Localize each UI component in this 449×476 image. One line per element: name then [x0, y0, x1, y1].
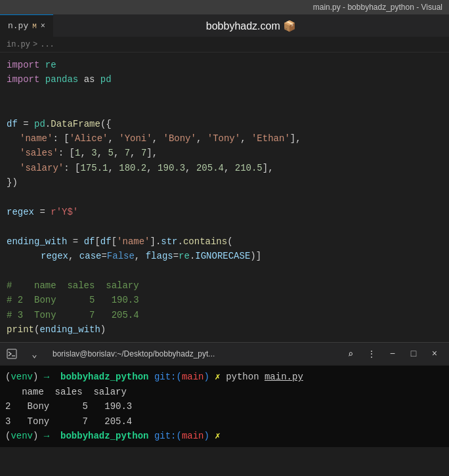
more-icon: ⋮	[367, 349, 376, 360]
terminal-svg-icon	[7, 349, 17, 359]
terminal-maximize-btn[interactable]: □	[404, 345, 423, 363]
code-line-19: print(ending_with)	[0, 322, 449, 337]
code-line-2: import pandas as pd	[0, 72, 449, 87]
site-title: bobbyhadz.com 📦	[53, 20, 449, 32]
code-line-11: regex = r'Y$'	[0, 205, 449, 219]
code-line-8: 'salary': [175.1, 180.2, 190.3, 205.4, 2…	[0, 161, 449, 175]
code-editor: import re import pandas as pd df = pd.Da…	[0, 53, 449, 342]
terminal-more-btn[interactable]: ⋮	[362, 345, 381, 363]
maximize-icon: □	[411, 349, 416, 359]
terminal-line-4: 3 Tony 7 205.4	[5, 414, 444, 429]
code-line-12	[0, 219, 449, 234]
tab-modified-indicator: M	[32, 22, 37, 30]
title-bar-text: main.py - bobbyhadz_python - Visual	[313, 3, 442, 12]
code-line-1: import re	[0, 58, 449, 72]
code-line-9: })	[0, 175, 449, 190]
code-line-15	[0, 263, 449, 278]
search-icon: ⌕	[348, 349, 353, 360]
tab-bar: n.py M × bobbyhadz.com 📦	[0, 14, 449, 37]
terminal-icon[interactable]	[0, 343, 23, 366]
code-line-10	[0, 190, 449, 205]
tab-close-button[interactable]: ×	[41, 22, 45, 31]
terminal-close-btn[interactable]: ×	[425, 345, 444, 363]
breadcrumb-dots: ...	[40, 40, 54, 49]
code-line-14: regex, case=False, flags=re.IGNORECASE)]	[0, 249, 449, 263]
terminal-tab-bar: ⌄ borislav@borislav:~/Desktop/bobbyhadz_…	[0, 343, 449, 366]
terminal-tab-label[interactable]: borislav@borislav:~/Desktop/bobbyhadz_py…	[46, 349, 341, 358]
code-line-16: # name sales salary	[0, 278, 449, 293]
code-line-7: 'sales': [1, 3, 5, 7, 7],	[0, 146, 449, 160]
breadcrumb-file: in.py	[7, 40, 30, 49]
terminal-line-3: 2 Bony 5 190.3	[5, 399, 444, 414]
code-line-13: ending_with = df[df['name'].str.contains…	[0, 234, 449, 249]
code-line-6: 'name': ['Alice', 'Yoni', 'Bony', 'Tony'…	[0, 131, 449, 146]
minimize-icon: −	[390, 349, 395, 359]
editor-tab[interactable]: n.py M ×	[0, 14, 53, 37]
chevron-down-icon: ⌄	[32, 349, 37, 360]
close-icon: ×	[432, 349, 437, 359]
terminal-search-btn[interactable]: ⌕	[341, 345, 360, 363]
terminal-line-1: (venv) → bobbyhadz_python git:(main) ✗ p…	[5, 370, 444, 384]
tab-filename: n.py	[8, 21, 28, 31]
title-bar: main.py - bobbyhadz_python - Visual	[0, 0, 449, 14]
terminal-chevron-btn[interactable]: ⌄	[23, 343, 46, 366]
code-line-5: df = pd.DataFrame({	[0, 117, 449, 131]
terminal-actions: ⌕ ⋮ − □ ×	[341, 345, 449, 363]
terminal-line-2: name sales salary	[5, 385, 444, 399]
terminal-line-5: (venv) → bobbyhadz_python git:(main) ✗	[5, 429, 444, 443]
terminal-content: (venv) → bobbyhadz_python git:(main) ✗ p…	[0, 366, 449, 447]
terminal-panel: ⌄ borislav@borislav:~/Desktop/bobbyhadz_…	[0, 342, 449, 447]
terminal-minimize-btn[interactable]: −	[383, 345, 402, 363]
code-line-17: # 2 Bony 5 190.3	[0, 293, 449, 307]
breadcrumb: in.py > ...	[0, 37, 449, 53]
code-line-3	[0, 87, 449, 102]
breadcrumb-sep1: >	[33, 40, 37, 49]
code-line-4	[0, 102, 449, 116]
code-line-18: # 3 Tony 7 205.4	[0, 308, 449, 322]
